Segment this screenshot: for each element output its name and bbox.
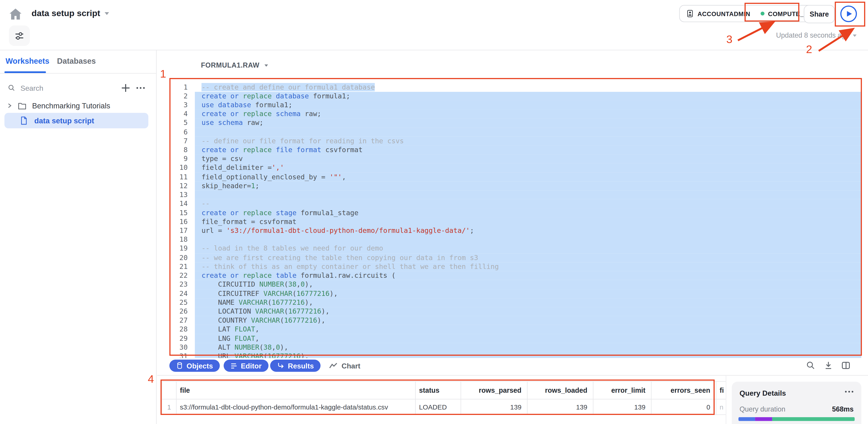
code-line[interactable]: 20-- we are first creating the table the… [170,253,861,262]
code-line[interactable]: 1-- create and define our formula1 datab… [170,83,861,92]
table-cell[interactable]: s3://formula1-dbt-cloud-python-demo/form… [176,399,415,415]
sidebar-item-folder[interactable]: Benchmarking Tutorials [0,99,157,112]
download-icon [824,361,833,370]
column-header[interactable]: rows_loaded [527,381,593,399]
editor-toggle-button[interactable]: Editor [224,360,268,372]
line-number: 3 [170,101,195,110]
code-line[interactable]: 11field_optionally_enclosed_by = '"', [170,172,861,182]
code-line[interactable]: 29 LNG FLOAT, [170,334,861,343]
chevron-right-icon [7,102,12,109]
search-input[interactable]: Search [0,84,157,92]
table-row[interactable]: 1s3://formula1-dbt-cloud-python-demo/for… [162,399,726,415]
table-cell[interactable]: 139 [527,399,593,415]
new-worksheet-button[interactable] [121,83,131,93]
code-line[interactable]: 13 [170,191,861,199]
table-cell[interactable]: 139 [593,399,651,415]
line-number: 21 [170,262,195,271]
tab-worksheets[interactable]: Worksheets [5,57,49,65]
line-number: 29 [170,334,195,343]
table-cell[interactable]: 139 [461,399,527,415]
code-line[interactable]: 14-- [170,199,861,208]
home-icon[interactable] [8,7,23,22]
results-label: Results [288,362,314,370]
code-line[interactable]: 5use schema raw; [170,119,861,128]
code-line[interactable]: 15create or replace stage formula1_stage [170,208,861,218]
code-line[interactable]: 3use database formula1; [170,101,861,110]
line-number: 19 [170,244,195,253]
column-header[interactable] [162,381,176,399]
chevron-down-icon [104,12,109,14]
column-header[interactable]: fi [716,381,726,399]
tab-databases[interactable]: Databases [57,57,96,65]
objects-toggle-button[interactable]: Objects [169,360,220,372]
sql-editor[interactable]: 1-- create and define our formula1 datab… [170,79,861,358]
query-duration-row: Query duration 568ms [740,405,854,413]
column-header[interactable]: error_limit [593,381,651,399]
code-line[interactable]: 9type = csv [170,154,861,163]
table-cell[interactable]: LOADED [415,399,461,415]
sidebar-item-label: data setup script [34,117,94,125]
line-number: 10 [170,163,195,172]
document-icon [20,116,28,125]
query-details-menu-button[interactable] [844,388,854,395]
code-line[interactable]: 17url = 's3://formula1-dbt-cloud-python-… [170,226,861,235]
share-button[interactable]: Share [804,5,835,23]
chevron-down-icon [853,34,857,36]
line-number: 28 [170,325,195,334]
code-line[interactable]: 12skip_header=1; [170,182,861,191]
results-panel-edge [726,376,726,424]
more-options-button[interactable] [136,84,146,92]
table-cell[interactable]: 0 [651,399,716,415]
worksheet-options-button[interactable] [9,25,30,46]
table-cell[interactable]: 1 [162,399,176,415]
code-line[interactable]: 16file_format = csvformat [170,217,861,226]
columns-icon [841,361,851,370]
code-line[interactable]: 31 URL VARCHAR(16777216), [170,352,861,358]
code-line[interactable]: 26 LOCATION VARCHAR(16777216), [170,307,861,316]
search-results-button[interactable] [806,361,815,370]
worksheet-title-text: data setup script [32,8,100,19]
code-line[interactable]: 18 [170,235,861,244]
updated-status[interactable]: Updated 8 seconds ago [742,32,857,39]
code-line[interactable]: 24 CIRCUITREF VARCHAR(16777216), [170,289,861,298]
code-line[interactable]: 2create or replace database formula1; [170,92,861,101]
code-line[interactable]: 22create or replace table formula1.raw.c… [170,271,861,280]
column-header[interactable]: file [176,381,415,399]
split-view-button[interactable] [841,361,850,370]
database-icon [176,362,183,369]
code-line[interactable]: 30 ALT NUMBER(38,0), [170,343,861,352]
worksheet-title[interactable]: data setup script [32,8,109,19]
code-line[interactable]: 21-- think of this as an empty container… [170,262,861,271]
code-line[interactable]: 28 LAT FLOAT, [170,325,861,334]
code-line[interactable]: 6 [170,128,861,137]
column-header[interactable]: status [415,381,461,399]
download-results-button[interactable] [824,361,833,370]
code-line[interactable]: 7-- define our file format for reading i… [170,136,861,145]
line-number: 15 [170,208,195,218]
chart-line-icon [329,362,338,369]
code-line[interactable]: 10field_delimiter =',' [170,163,861,172]
code-line[interactable]: 23 CIRCUITID NUMBER(38,0), [170,280,861,289]
line-number: 13 [170,191,195,199]
run-button[interactable] [840,5,857,22]
code-line[interactable]: 19-- load in the 8 tables we need for ou… [170,244,861,253]
code-line[interactable]: 4create or replace schema raw; [170,110,861,119]
query-duration-label: Query duration [740,405,785,413]
query-details-title: Query Details [740,389,786,397]
search-icon [8,84,16,92]
code-line[interactable]: 25 NAME VARCHAR(16777216), [170,298,861,307]
chart-toggle-button[interactable]: Chart [329,360,360,372]
session-context-selector[interactable]: ACCOUNTADMIN COMPUTE_WH [679,5,822,22]
code-line[interactable]: 8create or replace file format csvformat [170,145,861,155]
database-schema-selector[interactable]: FORMULA1.RAW [201,61,268,69]
chart-label: Chart [341,362,360,370]
column-header[interactable]: errors_seen [651,381,716,399]
line-number: 30 [170,343,195,352]
code-line[interactable]: 27 COUNTRY VARCHAR(16777216), [170,316,861,325]
sidebar-item-worksheet-selected[interactable]: data setup script [4,113,148,128]
column-header[interactable]: rows_parsed [461,381,527,399]
results-toggle-button[interactable]: Results [270,360,320,372]
search-placeholder: Search [21,84,43,92]
table-cell[interactable]: n [716,399,726,415]
active-tab-underline [4,71,46,73]
